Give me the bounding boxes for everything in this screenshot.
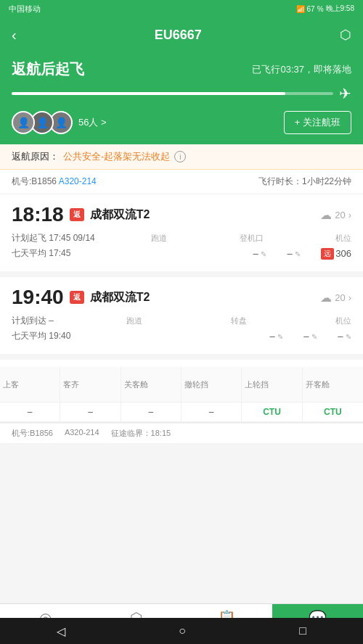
home-system-button[interactable]: ○ [179,624,186,637]
dep-gate: – ✎ [287,248,301,259]
arrival-time-badge: 19:40 返 成都双流T2 [12,286,150,309]
arr-runway: – ✎ [269,331,283,342]
signal-label: 📶 [296,5,305,13]
arrival-scheduled-row: 计划到达 – 跑道 转盘 机位 [12,315,351,327]
departure-avg-row: 七天平均 17:45 – ✎ – ✎ 远 306 [12,247,351,260]
status-right: 📶 67% 晚上9:58 [296,4,355,14]
departure-scheduled-label: 计划起飞 17:45 09/14 [12,232,95,244]
arr-carousel: – ✎ [303,331,317,342]
followers-count[interactable]: 56人 > [78,116,107,129]
recent-system-button[interactable]: □ [299,624,306,637]
arrival-cloud-icon: ☁ [320,291,332,305]
main-content: 返航后起飞 已飞行03:37，即将落地 ✈ 👤 👤 👤 56人 > + 关注航班… [0,52,363,577]
flight-number-title: EU6667 [17,28,340,43]
arr-col-header-2: 转盘 [231,315,247,326]
status-bar: 中国移动 📶 67% 晚上9:58 [0,0,363,17]
status-header-row: 上客 客齐 关客舱 撤轮挡 上轮挡 开客舱 [0,367,363,402]
arrival-section: 19:40 返 成都双流T2 ☁ 20 › 计划到达 – 跑道 转盘 机位 七天… [0,277,363,360]
flight-status-row: 返航后起飞 已飞行03:37，即将落地 [12,59,351,79]
departure-weather: ☁ 20 › [320,208,351,222]
arrival-airport: 成都双流T2 [90,290,150,305]
avatars-group: 👤 👤 👤 [12,111,68,134]
status-col-2-header: 客齐 [60,367,121,402]
bottom-plane-no: 机号:B1856 [12,428,53,439]
bottom-info: 机号:B1856 A320-214 征途临界：18:15 [0,423,363,443]
departure-avg-label: 七天平均 17:45 [12,247,70,260]
departure-airport: 成都双流T2 [90,207,150,223]
departure-tag: 返 [70,208,84,221]
flight-status-text: 返航后起飞 [12,59,84,79]
model-link[interactable]: A320-214 [59,176,97,186]
arrival-time: 19:40 [12,286,64,309]
flight-info-bar: 机号:B1856 A320-214 飞行时长：1小时22分钟 [0,170,363,194]
back-button[interactable]: ‹ [12,27,17,44]
info-icon[interactable]: i [174,151,186,162]
departure-time: 18:18 [12,203,64,226]
status-col-3-header: 关客舱 [121,367,182,402]
arrival-weather: ☁ 20 › [320,291,351,305]
status-col-1-header: 上客 [0,367,60,402]
departure-temp: 20 [335,210,345,220]
avatar-1: 👤 [12,111,35,134]
departure-section: 18:18 返 成都双流T2 ☁ 20 › 计划起飞 17:45 09/14 跑… [0,194,363,277]
arrival-main-row: 19:40 返 成都双流T2 ☁ 20 › [12,286,351,309]
departure-time-badge: 18:18 返 成都双流T2 [12,203,150,226]
departure-scheduled-row: 计划起飞 17:45 09/14 跑道 登机口 机位 [12,232,351,244]
arr-stand: – ✎ [338,331,351,342]
arrival-avg-row: 七天平均 19:40 – ✎ – ✎ – ✎ [12,330,351,342]
cloud-icon: ☁ [320,208,332,222]
arr-col-header-3: 机位 [335,315,351,326]
bottom-model: A320-214 [65,428,99,439]
header: ‹ EU6667 ⬡ [0,17,363,52]
ctu-label-6: CTU [324,407,342,417]
status-cell-1: – [0,402,60,421]
ctu-label-5: CTU [263,407,281,417]
return-content: 公共安全-起落架无法收起 [63,150,170,163]
arrival-temp: 20 [335,292,345,303]
far-tag: 远 [321,248,334,260]
battery-label: 67 [307,5,315,13]
return-label: 返航原因： [12,150,59,163]
system-nav: ◁ ○ □ [0,618,363,644]
status-cell-3: – [121,402,182,421]
status-cell-4: – [182,402,242,421]
bottom-landmark: 征途临界：18:15 [111,428,171,439]
progress-bar-fill [12,92,285,95]
status-data-row: – – – – CTU CTU [0,402,363,422]
status-cell-5: CTU [242,402,302,421]
plane-number: 机号:B1856 A320-214 [12,176,97,188]
carrier-label: 中国移动 [9,4,41,15]
dep-col-header-2: 登机口 [240,233,264,244]
status-table: 上客 客齐 关客舱 撤轮挡 上轮挡 开客舱 – – – – CTU CTU [0,360,363,423]
flight-duration: 飞行时长：1小时22分钟 [258,176,351,188]
status-col-4-header: 撤轮挡 [182,367,242,402]
flight-banner: 返航后起飞 已飞行03:37，即将落地 ✈ 👤 👤 👤 56人 > + 关注航班 [0,52,363,144]
flight-elapsed-text: 已飞行03:37，即将落地 [252,63,351,76]
arrival-chevron[interactable]: › [348,292,351,303]
share-button[interactable]: ⬡ [340,27,351,43]
arrival-scheduled-label: 计划到达 – [12,315,54,327]
departure-main-row: 18:18 返 成都双流T2 ☁ 20 › [12,203,351,226]
status-cell-2: – [60,402,121,421]
dep-col-header-1: 跑道 [151,233,167,244]
dep-col-header-3: 机位 [335,233,351,244]
plane-icon: ✈ [339,85,351,102]
return-reason-bar: 返航原因： 公共安全-起落架无法收起 i [0,144,363,170]
time-label: 晚上9:58 [326,4,354,14]
arrival-avg-label: 七天平均 19:40 [12,330,70,342]
departure-chevron[interactable]: › [348,210,351,220]
status-col-5-header: 上轮挡 [242,367,302,402]
flight-progress: ✈ [12,85,351,102]
follow-button[interactable]: + 关注航班 [284,111,351,134]
arr-col-header-1: 跑道 [126,315,142,326]
dep-runway: – ✎ [253,248,267,259]
status-cell-6: CTU [303,402,363,421]
progress-bar-bg [12,92,333,95]
back-system-button[interactable]: ◁ [57,624,65,638]
status-col-6-header: 开客舱 [303,367,363,402]
followers-row: 👤 👤 👤 56人 > + 关注航班 [12,111,351,134]
arrival-tag: 返 [70,291,84,304]
dep-stand: 远 306 [321,248,351,260]
